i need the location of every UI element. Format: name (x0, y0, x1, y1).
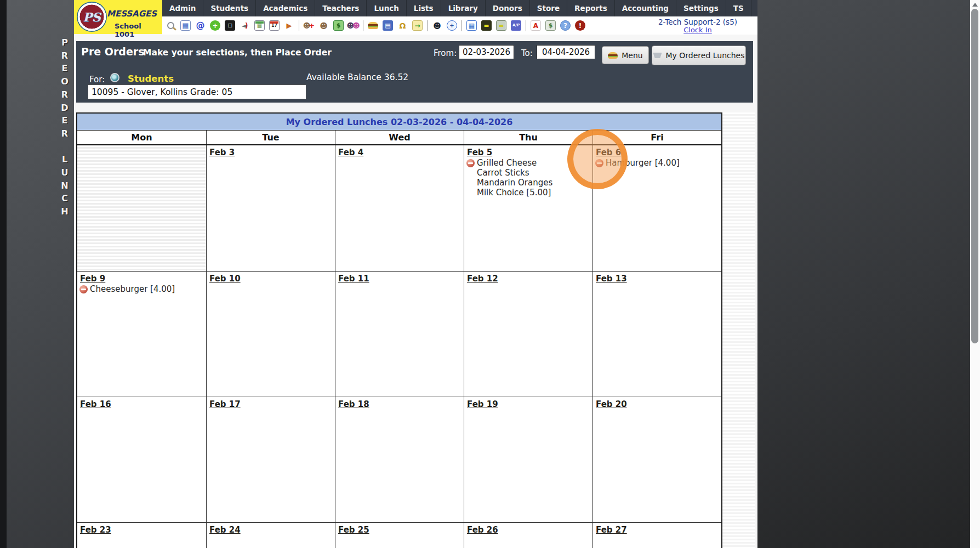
mobile-icon[interactable]: □ (225, 20, 235, 31)
vertical-letter (55, 140, 75, 154)
vertical-letter: O (55, 75, 75, 88)
date-link-feb-6[interactable]: Feb 6 (596, 148, 621, 157)
nav-item-teachers[interactable]: Teachers (315, 0, 366, 16)
date-link-feb-20[interactable]: Feb 20 (596, 399, 627, 409)
nav-item-donors[interactable]: Donors (485, 0, 529, 16)
nav-item-lunch[interactable]: Lunch (366, 0, 406, 16)
ps-logo-icon: PS (77, 2, 107, 32)
send-note-icon[interactable]: → (412, 20, 423, 31)
calendar-cell-feb-6: Feb 6Hamburger [4.00] (592, 145, 721, 271)
calendar-cell-feb-26: Feb 26 (464, 523, 592, 548)
calendar-cell-feb-24: Feb 24 (206, 523, 335, 548)
from-label: From: (434, 48, 457, 58)
nav-item-admin[interactable]: Admin (162, 0, 203, 16)
students-option-label[interactable]: Students (128, 74, 174, 84)
date-link-feb-3[interactable]: Feb 3 (209, 148, 235, 157)
add-student-icon[interactable]: ☻+ (304, 20, 314, 31)
nav-item-lists[interactable]: Lists (406, 0, 441, 16)
date-link-feb-16[interactable]: Feb 16 (80, 399, 111, 409)
accounts-payable-icon[interactable]: A/P (511, 20, 521, 31)
calendar-cell-feb-19: Feb 19 (464, 397, 592, 522)
calendar-week-row: Feb 9Cheeseburger [4.00]Feb 10Feb 11Feb … (77, 271, 721, 397)
app-logo[interactable]: PS MESSAGES School 1001 (74, 0, 162, 34)
calendar-icon[interactable]: ▦ (254, 20, 265, 31)
from-date-input[interactable] (459, 45, 514, 59)
reports-table-icon[interactable]: ▦ (466, 20, 477, 31)
order-item-label: Mandarin Oranges (477, 178, 552, 188)
user-session-block: 2-Tech Support-2 (s5) Clock In (658, 18, 737, 34)
order-item-line: Grilled Cheese (466, 158, 590, 168)
calendar-right-gutter (722, 112, 755, 548)
student-select-input[interactable] (88, 84, 306, 99)
timeclock-icon[interactable]: + (447, 20, 457, 31)
date-link-feb-12[interactable]: Feb 12 (467, 274, 498, 284)
calendar-cell-feb-17: Feb 17 (206, 397, 335, 522)
date-link-feb-4[interactable]: Feb 4 (338, 148, 363, 157)
gradebook-icon[interactable]: ▤ (383, 20, 393, 31)
order-item-line: Mandarin Oranges (466, 178, 590, 188)
order-item-line: Hamburger [4.00] (595, 158, 719, 168)
menu-button[interactable]: Menu (602, 46, 649, 64)
to-date-input[interactable] (537, 45, 595, 59)
payments-icon[interactable]: $ (333, 20, 344, 31)
staff-icon[interactable]: ☻ (432, 20, 442, 31)
date-link-feb-19[interactable]: Feb 19 (467, 399, 498, 409)
scrollbar-thumb[interactable] (971, 9, 978, 343)
date-link-feb-24[interactable]: Feb 24 (209, 525, 241, 535)
nav-item-settings[interactable]: Settings (676, 0, 726, 16)
calendar-week-row: Feb 3Feb 4Feb 5Grilled CheeseCarrot Stic… (77, 145, 721, 271)
date-link-feb-5[interactable]: Feb 5 (467, 148, 492, 157)
nav-item-accounting[interactable]: Accounting (614, 0, 676, 16)
order-item-label: Grilled Cheese (477, 158, 537, 168)
calendar-cell-feb-16: Feb 16 (77, 397, 206, 522)
date-link-feb-11[interactable]: Feb 11 (338, 274, 369, 284)
my-ordered-lunches-button[interactable]: My Ordered Lunches (652, 46, 746, 65)
vertical-scrollbar[interactable] (970, 0, 980, 548)
students-icon[interactable]: ☻ (318, 20, 329, 31)
announcements-icon[interactable]: ▶ (284, 20, 294, 31)
nav-item-library[interactable]: Library (441, 0, 485, 16)
broadcast-icon[interactable]: ◄) (240, 20, 250, 31)
search-icon[interactable] (166, 20, 176, 31)
nav-item-reports[interactable]: Reports (567, 0, 614, 16)
nav-item-students[interactable]: Students (203, 0, 255, 16)
lunch-icon[interactable] (368, 20, 378, 31)
date-link-feb-25[interactable]: Feb 25 (338, 525, 369, 535)
date-link-feb-26[interactable]: Feb 26 (467, 525, 498, 535)
sms-icon[interactable]: + (210, 20, 220, 31)
remove-item-icon[interactable] (466, 159, 475, 167)
nav-item-ts[interactable]: TS (726, 0, 751, 16)
payment-card-icon[interactable]: ▬ (481, 20, 492, 31)
vertical-letter: U (55, 166, 75, 179)
remove-item-icon[interactable] (595, 159, 603, 167)
nav-item-academics[interactable]: Academics (255, 0, 315, 16)
events-calendar-icon[interactable]: 17 (269, 20, 280, 31)
pdf-export-icon[interactable]: A (531, 20, 541, 31)
help-icon[interactable]: ? (560, 20, 571, 31)
print-card-icon[interactable]: ▬ (496, 20, 506, 31)
vertical-letter: N (55, 179, 75, 193)
vertical-letter: E (55, 114, 75, 127)
date-link-feb-18[interactable]: Feb 18 (338, 399, 369, 409)
calendar-cell-feb-10: Feb 10 (206, 272, 335, 397)
date-link-feb-17[interactable]: Feb 17 (209, 399, 241, 409)
students-radio[interactable] (110, 73, 119, 82)
nav-item-logout[interactable]: Logout (751, 0, 757, 16)
date-link-feb-9[interactable]: Feb 9 (80, 274, 105, 284)
alerts-icon[interactable]: ! (575, 20, 585, 31)
remove-item-icon[interactable] (79, 285, 88, 293)
apps-icon[interactable]: ▦ (180, 20, 191, 31)
nav-item-store[interactable]: Store (529, 0, 567, 16)
scrollbar-up-arrow-icon[interactable] (972, 3, 978, 7)
day-header-mon: Mon (77, 131, 206, 144)
email-icon[interactable]: @ (195, 20, 206, 31)
awards-icon[interactable]: Ω (397, 20, 408, 31)
families-icon[interactable]: ☻☻ (348, 20, 358, 31)
date-link-feb-23[interactable]: Feb 23 (80, 525, 111, 535)
day-header-wed: Wed (335, 131, 464, 144)
date-link-feb-27[interactable]: Feb 27 (596, 525, 627, 535)
clock-in-link[interactable]: Clock In (683, 26, 712, 34)
date-link-feb-10[interactable]: Feb 10 (209, 274, 241, 284)
date-link-feb-13[interactable]: Feb 13 (596, 274, 627, 284)
cash-register-icon[interactable]: $ (545, 20, 556, 31)
